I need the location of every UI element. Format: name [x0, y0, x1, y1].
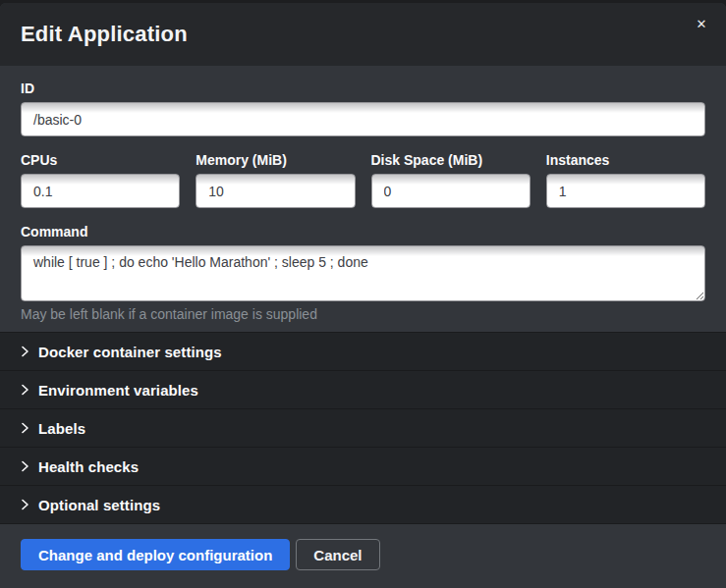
section-label: Environment variables [38, 382, 198, 399]
modal-footer: Change and deploy configuration Cancel [0, 524, 726, 588]
section-optional-settings[interactable]: Optional settings [0, 486, 726, 524]
id-label: ID [21, 80, 705, 96]
memory-input[interactable] [195, 174, 355, 208]
modal-body: ID CPUs Memory (MiB) Disk Space (MiB) In… [0, 66, 726, 332]
command-helper-text: May be left blank if a container image i… [21, 306, 705, 322]
instances-input[interactable] [546, 174, 705, 208]
close-icon[interactable]: ✕ [691, 14, 712, 35]
command-textarea[interactable]: while [ true ] ; do echo 'Hello Marathon… [21, 245, 705, 301]
section-label: Docker container settings [38, 344, 222, 360]
resource-field-row: CPUs Memory (MiB) Disk Space (MiB) Insta… [21, 152, 705, 208]
edit-application-modal: Edit Application ✕ ID CPUs Memory (MiB) … [0, 3, 726, 588]
chevron-right-icon [21, 384, 29, 396]
id-field-group: ID [21, 80, 705, 136]
memory-field-group: Memory (MiB) [195, 152, 355, 208]
chevron-right-icon [21, 422, 29, 434]
disk-space-input[interactable] [371, 174, 531, 208]
id-input[interactable] [21, 102, 705, 136]
page-title: Edit Application [21, 22, 188, 47]
cpus-input[interactable] [21, 174, 180, 208]
cancel-button[interactable]: Cancel [296, 539, 379, 570]
disk-space-field-group: Disk Space (MiB) [371, 152, 531, 208]
command-field-group: Command while [ true ] ; do echo 'Hello … [21, 224, 705, 322]
section-health-checks[interactable]: Health checks [0, 448, 726, 486]
instances-field-group: Instances [546, 152, 705, 208]
instances-label: Instances [546, 152, 705, 168]
cpus-field-group: CPUs [21, 152, 180, 208]
collapsible-sections: Docker container settings Environment va… [0, 332, 726, 524]
section-label: Labels [38, 420, 85, 437]
section-environment-variables[interactable]: Environment variables [0, 371, 726, 409]
cpus-label: CPUs [21, 152, 180, 168]
change-and-deploy-button[interactable]: Change and deploy configuration [21, 539, 290, 570]
chevron-right-icon [21, 499, 29, 510]
disk-space-label: Disk Space (MiB) [371, 152, 531, 168]
memory-label: Memory (MiB) [195, 152, 355, 168]
section-labels[interactable]: Labels [0, 409, 726, 448]
section-label: Optional settings [38, 497, 160, 513]
chevron-right-icon [21, 460, 29, 472]
command-label: Command [21, 224, 705, 240]
section-label: Health checks [38, 458, 139, 475]
chevron-right-icon [21, 346, 29, 357]
modal-header: Edit Application ✕ [0, 3, 726, 66]
section-docker-container-settings[interactable]: Docker container settings [0, 333, 726, 371]
